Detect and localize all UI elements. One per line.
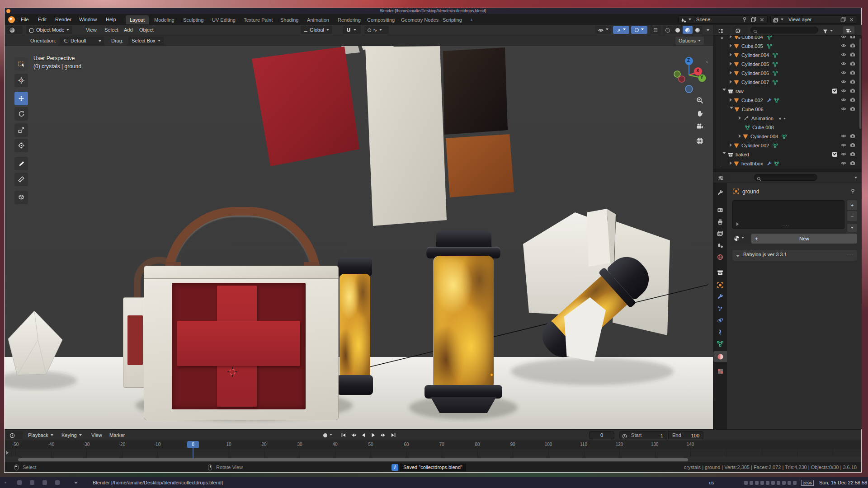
tray-icon[interactable] (760, 481, 764, 485)
capsule-left-body[interactable] (340, 274, 370, 379)
auto-keying-button[interactable] (321, 431, 335, 439)
workspace-tab-uv-editing[interactable]: UV Editing (208, 15, 240, 24)
render-camera-icon[interactable] (850, 133, 855, 139)
outliner-row[interactable]: Cube.005 (713, 41, 859, 50)
menu-view[interactable]: View (86, 25, 97, 35)
hide-eye-icon[interactable] (841, 70, 846, 75)
hide-eye-icon[interactable] (841, 106, 846, 112)
hide-eye-icon[interactable] (841, 52, 846, 57)
menu-help[interactable]: Help (102, 14, 120, 25)
outliner-row[interactable]: healthbox (713, 159, 859, 168)
tab-world[interactable] (713, 252, 727, 263)
play-reverse-button[interactable] (359, 431, 368, 439)
tab-material[interactable] (713, 351, 727, 362)
tool-measure[interactable] (14, 173, 28, 186)
workspace-icon[interactable] (55, 480, 60, 485)
outliner-editor-type-button[interactable] (715, 26, 731, 34)
outliner-row-collection[interactable]: baked (713, 150, 859, 159)
gizmo-axis-y[interactable]: Y (700, 75, 703, 80)
tab-object[interactable] (713, 280, 727, 291)
outliner-row[interactable]: Cylinder.002 (713, 141, 859, 150)
tray-icon[interactable] (788, 481, 791, 485)
panel-grip[interactable]: ∙∙∙∙ (847, 252, 854, 257)
outliner-search-input[interactable] (750, 27, 818, 33)
snapping-dropdown[interactable] (343, 26, 361, 34)
zoom-icon[interactable] (696, 97, 703, 104)
menu-edit[interactable]: Edit (34, 14, 50, 25)
babylon-panel-header[interactable]: Babylon.js ver 3.3.1 ∙∙∙∙ (732, 250, 857, 261)
hide-eye-icon[interactable] (841, 79, 846, 84)
hide-eye-icon[interactable] (841, 36, 846, 39)
render-camera-icon[interactable] (850, 61, 855, 66)
tab-modifiers[interactable] (713, 291, 727, 302)
camera-view-icon[interactable] (696, 123, 703, 130)
tab-constraints[interactable] (713, 327, 727, 338)
material-browse-dropdown[interactable] (732, 234, 750, 244)
render-camera-icon[interactable] (850, 97, 855, 103)
workspace-icon[interactable] (42, 480, 47, 485)
render-camera-icon[interactable] (850, 36, 855, 39)
menu-render[interactable]: Render (52, 14, 75, 25)
tool-move[interactable] (14, 92, 28, 105)
medkit-lid[interactable] (144, 266, 339, 278)
shading-material-preview-button[interactable] (683, 26, 693, 34)
drag-dropdown[interactable]: Select Box (128, 37, 164, 45)
navigation-gizmo[interactable]: Z X Y (668, 54, 710, 96)
tool-add-cube[interactable] (14, 191, 28, 204)
taskbar-clock[interactable]: Sun, 15 Dec 22:58:58 (819, 477, 867, 488)
tray-icon[interactable] (766, 481, 769, 485)
outliner-row-collection[interactable]: raw (713, 86, 859, 95)
hide-eye-icon[interactable] (841, 97, 846, 103)
workspace-tab-layout[interactable]: Layout (126, 15, 149, 24)
new-material-button[interactable]: +New (751, 234, 857, 244)
next-keyframe-button[interactable] (379, 431, 388, 439)
outliner-scrollbar[interactable] (859, 38, 861, 129)
timeline-expand-icon[interactable] (6, 451, 10, 455)
pan-hand-icon[interactable] (696, 110, 703, 117)
render-camera-icon[interactable] (850, 106, 855, 112)
system-indicator[interactable]: 2896 (801, 480, 814, 486)
hide-eye-icon[interactable] (841, 142, 846, 148)
menu-keying[interactable]: Keying (61, 430, 82, 441)
tab-output[interactable] (713, 216, 727, 227)
workspace-tab-add[interactable]: + (466, 15, 477, 24)
workspace-tab-shading[interactable]: Shading (276, 15, 302, 24)
shading-solid-button[interactable] (673, 26, 683, 34)
workspace-tab-compositing[interactable]: Compositing (363, 15, 399, 24)
outliner-row-animation[interactable]: Animation (713, 113, 859, 122)
shading-wireframe-button[interactable] (663, 26, 673, 34)
show-gizmo-dropdown[interactable]: ↗ (613, 26, 629, 34)
taskbar-chevron-icon[interactable] (75, 482, 77, 485)
menu-marker[interactable]: Marker (109, 430, 125, 441)
object-visibility-dropdown[interactable] (595, 26, 611, 34)
tab-tool[interactable] (713, 188, 727, 198)
tool-rotate[interactable] (14, 107, 28, 121)
render-camera-icon[interactable] (850, 88, 855, 94)
tab-collection[interactable] (713, 267, 727, 278)
keyboard-layout-indicator[interactable]: us (709, 477, 714, 488)
transform-orientation-dropdown[interactable]: Global (301, 26, 332, 34)
tool-select-box[interactable] (14, 57, 28, 71)
tray-icon[interactable] (777, 481, 780, 485)
render-camera-icon[interactable] (850, 142, 855, 148)
tray-icon[interactable] (750, 481, 753, 485)
orientation-dropdown[interactable]: ⋲Default (60, 37, 104, 45)
tray-icon[interactable] (755, 481, 759, 485)
tab-physics[interactable] (713, 315, 727, 326)
outliner-filter-button[interactable] (823, 27, 833, 35)
remove-slot-button[interactable]: − (847, 211, 857, 221)
outliner-row[interactable]: Cylinder.005 (713, 59, 859, 68)
tab-object-data[interactable] (713, 338, 727, 349)
workspace-tab-scripting[interactable]: Scripting (439, 15, 466, 24)
sidebar-toggle-icon[interactable]: ‹ (706, 59, 708, 64)
options-button[interactable]: Options (675, 37, 704, 45)
jump-to-end-button[interactable] (389, 431, 398, 439)
tray-icon[interactable] (793, 481, 797, 485)
shading-dropdown-chevron[interactable] (707, 29, 709, 33)
new-viewlayer-icon[interactable] (840, 17, 846, 22)
material-slot-list[interactable]: ∙∙∙∙ (732, 200, 844, 229)
outliner-row[interactable]: Cylinder.007 (713, 77, 859, 86)
tray-icon[interactable] (782, 481, 786, 485)
workspace-tab-modeling[interactable]: Modeling (150, 15, 179, 24)
show-overlays-dropdown[interactable] (631, 26, 647, 34)
